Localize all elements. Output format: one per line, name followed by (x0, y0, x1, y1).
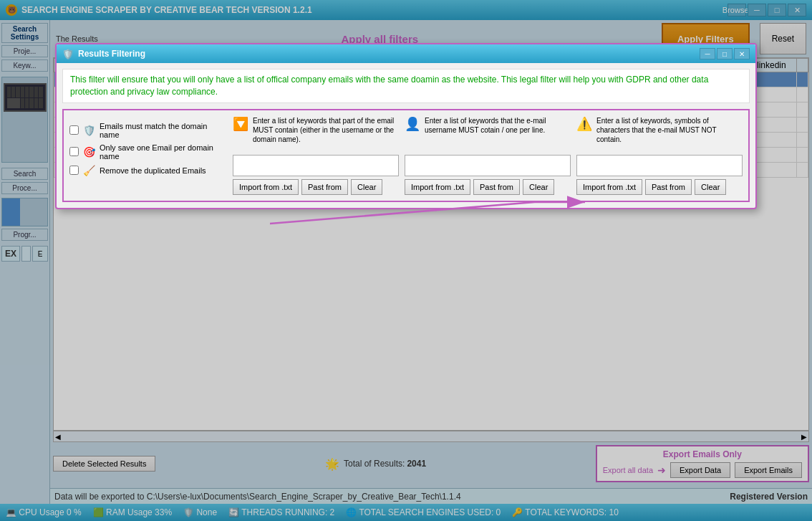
modal-minimize-btn[interactable]: ─ (700, 48, 715, 59)
filter-col-2-buttons: Import from .txt Past from Clear (405, 179, 571, 195)
filter-col-2-import-btn[interactable]: Import from .txt (405, 179, 470, 195)
filter-col-3-textarea[interactable] (576, 155, 743, 176)
filter-col-3-buttons: Import from .txt Past from Clear (576, 179, 743, 195)
filter-col-3-past-btn[interactable]: Past from (645, 179, 692, 195)
checkbox-domain-label: Emails must match the domain name (100, 122, 227, 139)
filter-left-panel: 🛡️ Emails must match the domain name 🎯 O… (69, 116, 227, 195)
shield-icon-1: 🛡️ (83, 125, 95, 136)
app-window: 🐻 SEARCH ENGINE SCRAPER BY CREATIVE BEAR… (0, 0, 812, 521)
filter-col-3-clear-btn[interactable]: Clear (695, 179, 726, 195)
checkbox-one-email-label: Only save one Email per domain name (100, 143, 227, 161)
filter-container: 🛡️ Emails must match the domain name 🎯 O… (62, 109, 750, 202)
modal-icon: 🛡️ (62, 49, 74, 59)
modal-title: Results Filtering (78, 49, 145, 59)
filter-col-1: 🔽 Enter a list of keywords that part of … (233, 116, 399, 195)
filter-col-2-label: Enter a list of keywords that the e-mail… (425, 116, 571, 135)
modal-body: This filter will ensure that you will on… (57, 63, 755, 208)
filter-col-1-textarea[interactable] (233, 155, 399, 176)
funnel-icon-1: 🔽 (233, 116, 248, 132)
filter-col-1-past-btn[interactable]: Past from (301, 179, 348, 195)
modal-titlebar: 🛡️ Results Filtering ─ □ ✕ (57, 44, 755, 63)
filter-col-3: ⚠️ Enter a list of keywords, symbols of … (576, 116, 743, 195)
filter-col-2-textarea[interactable] (405, 155, 571, 176)
checkbox-domain-match[interactable] (69, 125, 79, 135)
person-icon: 👤 (405, 116, 420, 132)
filter-col-3-label: Enter a list of keywords, symbols of cha… (596, 116, 743, 144)
filter-col-2-clear-btn[interactable]: Clear (523, 179, 554, 195)
warning-icon: ⚠️ (576, 116, 592, 132)
modal-controls: ─ □ ✕ (700, 48, 750, 59)
checkbox-remove-dup[interactable] (69, 166, 79, 175)
checkbox-row-2: 🎯 Only save one Email per domain name (69, 143, 227, 161)
filter-col-1-clear-btn[interactable]: Clear (351, 179, 382, 195)
modal-overlay: 🛡️ Results Filtering ─ □ ✕ This filter w… (0, 0, 812, 521)
filter-col-3-header: ⚠️ Enter a list of keywords, symbols of … (576, 116, 743, 152)
info-banner: This filter will ensure that you will on… (62, 69, 750, 103)
checkbox-remove-dup-label: Remove the duplicated Emails (100, 166, 206, 175)
filter-col-2: 👤 Enter a list of keywords that the e-ma… (405, 116, 571, 195)
results-filtering-modal: 🛡️ Results Filtering ─ □ ✕ This filter w… (55, 43, 757, 209)
target-icon: 🎯 (83, 146, 95, 158)
filter-col-1-import-btn[interactable]: Import from .txt (233, 179, 299, 195)
filter-col-1-header: 🔽 Enter a list of keywords that part of … (233, 116, 399, 152)
checkbox-row-1: 🛡️ Emails must match the domain name (69, 122, 227, 139)
modal-close-btn[interactable]: ✕ (734, 48, 750, 59)
checkbox-row-3: 🧹 Remove the duplicated Emails (69, 165, 227, 176)
filter-col-2-header: 👤 Enter a list of keywords that the e-ma… (405, 116, 571, 152)
filter-col-2-past-btn[interactable]: Past from (473, 179, 520, 195)
modal-maximize-btn[interactable]: □ (717, 48, 733, 59)
info-text: This filter will ensure that you will on… (70, 75, 708, 97)
filter-col-1-label: Enter a list of keywords that part of th… (253, 116, 399, 144)
filter-columns: 🔽 Enter a list of keywords that part of … (233, 116, 743, 195)
broom-icon: 🧹 (83, 165, 95, 176)
filter-col-3-import-btn[interactable]: Import from .txt (576, 179, 642, 195)
filter-col-1-buttons: Import from .txt Past from Clear (233, 179, 399, 195)
checkbox-one-email[interactable] (69, 147, 79, 156)
